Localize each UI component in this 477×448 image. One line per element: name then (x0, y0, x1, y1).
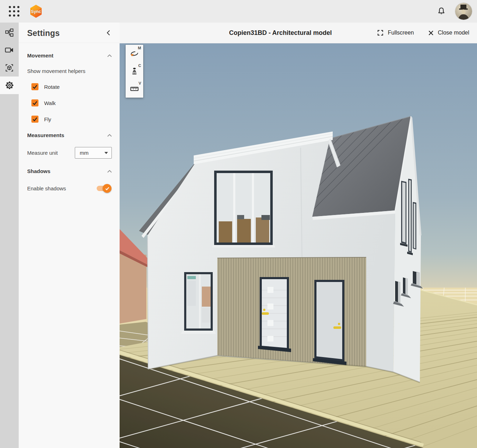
left-toolbar (0, 23, 19, 448)
viewport-toolbar: M C (126, 45, 143, 98)
chevron-left-icon (106, 30, 110, 36)
topbar: Sync (0, 0, 477, 23)
app-grid-button[interactable] (8, 6, 20, 17)
sync-hexagon-icon: Sync (29, 4, 43, 18)
sidebar-item-camera[interactable] (0, 41, 19, 59)
settings-title: Settings (27, 29, 60, 38)
enable-shadows-toggle[interactable] (97, 186, 110, 191)
door-handle (338, 323, 340, 325)
measure-unit-select[interactable]: mm (75, 147, 112, 159)
object-select-icon (5, 63, 14, 72)
measure-shortcut-key: V (139, 81, 141, 85)
walk-checkbox[interactable] (31, 99, 38, 106)
chevron-up-icon (107, 134, 112, 137)
bell-icon (437, 7, 446, 16)
ground-floor-window (181, 272, 216, 334)
fly-checkbox-row: Fly (31, 116, 112, 123)
sidebar-item-object-select[interactable] (0, 59, 19, 76)
measurements-section-title: Measurements (27, 132, 64, 138)
shadows-section-title: Shadows (27, 168, 50, 174)
walk-tool-button[interactable]: C (126, 62, 143, 80)
avatar-image (455, 3, 472, 20)
close-icon (428, 30, 434, 36)
enable-shadows-row: Enable shadows (27, 185, 112, 191)
model-tree-icon (5, 28, 14, 37)
measure-unit-label: Measure unit (27, 150, 58, 156)
fly-checkbox-label: Fly (44, 116, 51, 122)
walk-checkbox-label: Walk (44, 100, 56, 106)
movement-helpers-label: Show movement helpers (27, 68, 112, 74)
orbit-icon (129, 49, 139, 58)
sidebar-item-settings[interactable] (0, 76, 19, 94)
rotate-checkbox-row: Rotate (31, 83, 112, 90)
orbit-shortcut-key: M (138, 46, 141, 50)
sync-logo[interactable]: Sync (29, 4, 43, 18)
model-title: Copien31BD - Architectural model (229, 29, 332, 37)
fullscreen-label: Fullscreen (388, 30, 414, 36)
camera-icon (5, 46, 14, 55)
door-handle (263, 309, 265, 311)
walk-checkbox-row: Walk (31, 99, 112, 106)
check-icon (32, 85, 37, 89)
settings-gear-icon (5, 81, 14, 90)
shadows-section-header[interactable]: Shadows (27, 168, 112, 174)
settings-panel: Settings Movement Show movement helpers (19, 23, 120, 448)
entry-door-left (258, 277, 291, 352)
rotate-checkbox[interactable] (31, 83, 38, 90)
chevron-up-icon (107, 170, 112, 173)
viewport-actions: Fullscreen Close model (377, 29, 469, 36)
measurements-section-header[interactable]: Measurements (27, 132, 112, 138)
caret-down-icon (104, 152, 108, 154)
chevron-up-icon (107, 54, 112, 57)
enable-shadows-label: Enable shadows (27, 185, 66, 191)
viewport-header: Copien31BD - Architectural model Fullscr… (120, 23, 477, 43)
measure-tool-button[interactable]: V (126, 80, 143, 98)
sidebar-item-model-tree[interactable] (0, 24, 19, 41)
fullscreen-button[interactable]: Fullscreen (377, 29, 414, 36)
measure-unit-value: mm (80, 150, 89, 156)
measurements-section: Measurements Measure unit mm (19, 132, 120, 159)
check-icon (32, 101, 37, 105)
check-icon (105, 187, 109, 190)
dormer-window (212, 171, 275, 247)
sync-logo-text: Sync (31, 9, 41, 14)
viewport: Copien31BD - Architectural model Fullscr… (120, 23, 477, 448)
scene-render (120, 43, 477, 448)
close-model-label: Close model (438, 30, 469, 36)
measure-unit-row: Measure unit mm (27, 147, 112, 159)
check-icon (32, 117, 37, 121)
model-3d-scene[interactable]: M C (120, 43, 477, 448)
app-root: Sync (0, 0, 477, 448)
ruler-icon (130, 85, 139, 93)
user-avatar[interactable] (455, 3, 472, 20)
shadows-section: Shadows Enable shadows (19, 168, 120, 191)
movement-section-header[interactable]: Movement (27, 53, 112, 59)
orbit-tool-button[interactable]: M (126, 45, 143, 62)
close-model-button[interactable]: Close model (428, 30, 469, 36)
walk-icon (130, 67, 139, 75)
main-layout: Settings Movement Show movement helpers (0, 23, 477, 448)
entry-door-right (313, 280, 346, 365)
movement-section: Movement Show movement helpers Rotate (19, 53, 120, 123)
rotate-checkbox-label: Rotate (44, 84, 60, 90)
movement-section-title: Movement (27, 53, 53, 59)
notifications-button[interactable] (437, 7, 446, 16)
toggle-knob (103, 184, 111, 193)
fly-checkbox[interactable] (31, 116, 38, 123)
fullscreen-icon (377, 29, 384, 36)
collapse-panel-button[interactable] (105, 29, 112, 38)
settings-panel-header: Settings (19, 23, 120, 43)
walk-shortcut-key: C (138, 63, 141, 68)
